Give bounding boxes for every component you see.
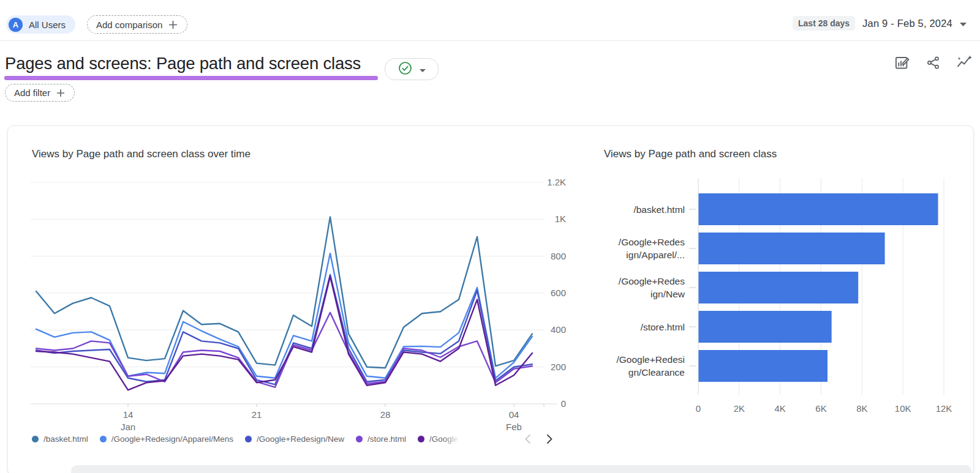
date-preset-badge: Last 28 days	[793, 16, 855, 31]
header-divider	[0, 40, 980, 41]
legend-label: /store.html	[368, 434, 406, 444]
svg-text:04: 04	[509, 409, 519, 420]
svg-text:ign/Apparel/...: ign/Apparel/...	[626, 250, 685, 260]
svg-text:28: 28	[380, 409, 391, 420]
legend-next-icon[interactable]	[543, 431, 556, 446]
legend-dot-icon	[32, 436, 39, 442]
svg-text:2K: 2K	[734, 403, 745, 414]
add-filter-button[interactable]: Add filter	[5, 84, 75, 102]
svg-text:/Google+Redes: /Google+Redes	[619, 237, 685, 247]
legend-pager	[521, 431, 556, 446]
svg-text:gn/Clearance: gn/Clearance	[628, 367, 685, 378]
legend-label: /Google+Redesign/New	[257, 434, 344, 444]
svg-text:12K: 12K	[936, 403, 952, 414]
svg-text:Feb: Feb	[506, 422, 522, 432]
line-chart-legend: /basket.html/Google+Redesign/Apparel/Men…	[32, 431, 556, 446]
svg-text:0: 0	[696, 403, 701, 414]
svg-text:400: 400	[551, 324, 566, 335]
legend-prev-icon[interactable]	[521, 431, 534, 446]
legend-dot-icon	[245, 436, 252, 442]
svg-text:6K: 6K	[815, 403, 826, 414]
chevron-down-icon	[960, 18, 967, 29]
svg-text:8K: 8K	[856, 403, 867, 414]
share-icon[interactable]	[924, 54, 941, 71]
report-status-badge[interactable]	[385, 58, 439, 80]
audience-chip-label: All Users	[29, 20, 66, 30]
add-comparison-button[interactable]: Add comparison	[87, 15, 187, 34]
legend-item[interactable]: /Google+Redesign/New	[245, 434, 344, 444]
ga4-pages-and-screens-report: A All Users Add comparison Last 28 days …	[0, 0, 980, 473]
svg-text:600: 600	[551, 288, 566, 298]
table-section-edge	[71, 465, 971, 473]
plus-icon	[168, 20, 178, 30]
page-title: Pages and screens: Page path and screen …	[5, 54, 361, 73]
legend-dot-icon	[100, 436, 107, 442]
title-highlight	[4, 76, 378, 80]
svg-text:10K: 10K	[895, 403, 911, 414]
legend-label: /basket.html	[43, 434, 88, 444]
legend-item[interactable]: /Google+Redesign/Clearance	[418, 434, 462, 444]
chevron-down-icon	[420, 64, 426, 75]
svg-text:14: 14	[123, 409, 134, 420]
svg-text:200: 200	[551, 362, 566, 372]
line-chart-title: Views by Page path and screen class over…	[32, 148, 251, 160]
svg-text:ign/New: ign/New	[650, 289, 685, 299]
svg-text:Jan: Jan	[121, 422, 135, 432]
check-circle-icon	[398, 61, 412, 78]
legend-item[interactable]: /basket.html	[32, 434, 88, 444]
svg-text:1.2K: 1.2K	[547, 177, 566, 187]
top-bar: A All Users Add comparison Last 28 days …	[0, 0, 980, 40]
legend-label: /Google+Redesign/Apparel/Mens	[111, 434, 233, 444]
report-actions	[893, 54, 973, 71]
audience-chip[interactable]: A All Users	[6, 15, 75, 34]
svg-text:800: 800	[551, 251, 566, 261]
avatar: A	[9, 18, 23, 32]
customize-report-icon[interactable]	[893, 54, 910, 71]
svg-text:0: 0	[561, 398, 566, 409]
svg-text:21: 21	[252, 409, 262, 420]
svg-text:4K: 4K	[774, 403, 785, 414]
add-filter-label: Add filter	[14, 88, 50, 98]
views-over-time-line-chart[interactable]: 02004006008001K1.2K14Jan212804Feb	[31, 173, 570, 435]
legend-item[interactable]: /store.html	[356, 434, 406, 444]
add-comparison-label: Add comparison	[96, 20, 162, 30]
legend-dot-icon	[356, 436, 363, 442]
legend-dot-icon	[418, 436, 424, 442]
svg-text:/Google+Redesi: /Google+Redesi	[616, 354, 685, 365]
date-range-picker[interactable]: Last 28 days Jan 9 - Feb 5, 2024	[793, 16, 967, 31]
legend-label: /Google+Redesign/Clearance	[429, 434, 462, 444]
svg-text:/basket.html: /basket.html	[633, 204, 685, 215]
views-by-page-bar-chart[interactable]: 02K4K6K8K10K12K/basket.html/Google+Redes…	[603, 173, 962, 418]
svg-text:/Google+Redes: /Google+Redes	[619, 276, 685, 286]
insights-icon[interactable]	[956, 54, 973, 71]
svg-text:1K: 1K	[555, 214, 566, 224]
bar-chart-title: Views by Page path and screen class	[604, 148, 777, 160]
legend-item[interactable]: /Google+Redesign/Apparel/Mens	[100, 434, 233, 444]
date-range-label: Jan 9 - Feb 5, 2024	[862, 18, 952, 29]
svg-text:/store.html: /store.html	[641, 322, 685, 332]
plus-icon	[56, 88, 66, 98]
